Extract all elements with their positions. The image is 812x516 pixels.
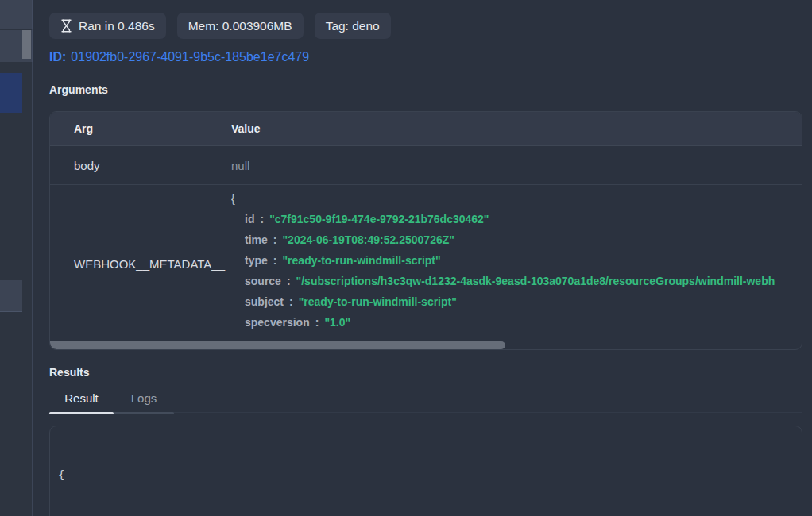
job-detail-panel: Ran in 0.486s Mem: 0.003906MB Tag: deno …	[33, 0, 812, 516]
job-stats-row: Ran in 0.486s Mem: 0.003906MB Tag: deno	[49, 13, 391, 39]
memory-label: Mem: 0.003906MB	[188, 20, 292, 33]
tag-badge: Tag: deno	[315, 13, 391, 39]
sidebar-item-selected[interactable]	[0, 73, 22, 113]
metadata-json-viewer[interactable]: { id:"c7f91c50-9f19-474e-9792-21b76dc304…	[231, 185, 802, 342]
json-entry: source:"/subscriptions/h3c3qw-d1232-4asd…	[231, 271, 802, 291]
json-entry: type:"ready-to-run-windmill-script"	[231, 250, 802, 271]
active-tab-underline	[49, 412, 114, 414]
job-id-row: ID:01902fb0-2967-4091-9b5c-185be1e7c479	[49, 50, 309, 64]
json-open-brace: {	[231, 192, 235, 205]
sidebar-scrollbar-thumb[interactable]	[22, 30, 31, 59]
arguments-table-header: Arg Value	[50, 112, 802, 146]
arguments-title: Arguments	[49, 83, 108, 96]
tab-logs[interactable]: Logs	[114, 391, 174, 413]
run-duration-label: Ran in 0.486s	[79, 20, 155, 33]
job-id-label: ID:	[49, 50, 66, 64]
result-json-viewer[interactable]: { "str": "default arg", "union": "Hello …	[49, 426, 802, 516]
json-entry: id:"c7f91c50-9f19-474e-9792-21b76dc30462…	[231, 209, 802, 229]
table-row: WEBHOOK__METADATA__ { id:"c7f91c50-9f19-…	[50, 185, 802, 342]
sidebar-item-top[interactable]	[0, 0, 33, 29]
results-tabs: Result Logs	[49, 391, 802, 413]
tab-result[interactable]: Result	[49, 391, 114, 413]
inactive-tab-underline	[114, 412, 174, 414]
memory-badge: Mem: 0.003906MB	[177, 13, 304, 39]
horizontal-scrollbar-thumb[interactable]	[50, 341, 505, 349]
arguments-table: Arg Value body null WEBHOOK__METADATA__ …	[49, 111, 802, 350]
json-entry: specversion:"1.0"	[231, 312, 802, 333]
sidebar-item-middle[interactable]	[0, 280, 22, 312]
arg-name: WEBHOOK__METADATA__	[50, 185, 231, 342]
job-id-value[interactable]: 01902fb0-2967-4091-9b5c-185be1e7c479	[71, 50, 309, 64]
json-entry: subject:"ready-to-run-windmill-script"	[231, 291, 802, 312]
tag-label: Tag: deno	[326, 20, 380, 33]
value-column-header: Value	[231, 122, 802, 135]
table-row: body null	[50, 146, 802, 185]
arg-name: body	[50, 159, 231, 172]
arg-value: null	[231, 159, 802, 172]
results-title: Results	[49, 366, 90, 379]
sidebar-partial	[0, 0, 33, 516]
run-duration-badge: Ran in 0.486s	[49, 13, 166, 39]
hourglass-icon	[60, 19, 72, 33]
result-open-brace: {	[58, 468, 64, 481]
horizontal-scrollbar[interactable]	[50, 341, 802, 349]
json-entry: time:"2024-06-19T08:49:52.2500726Z"	[231, 229, 802, 250]
arg-column-header: Arg	[50, 122, 231, 135]
